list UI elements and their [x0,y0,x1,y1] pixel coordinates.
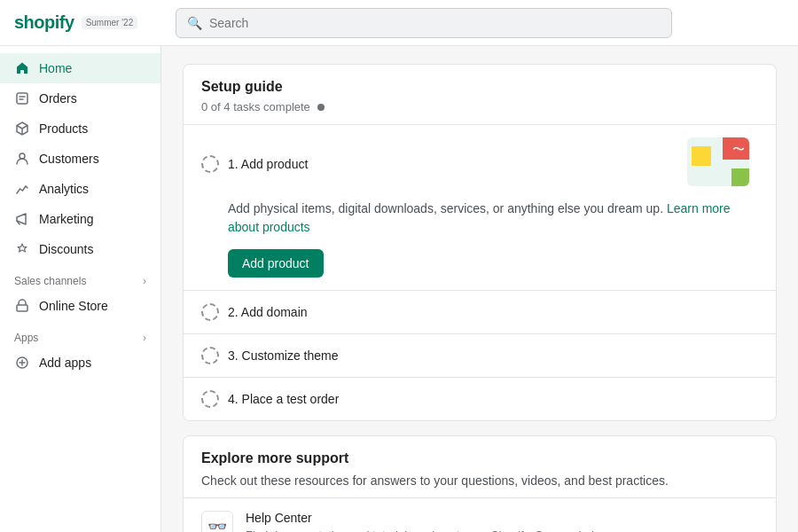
header: shopify Summer '22 🔍 [0,0,798,46]
img-red-block: 〜 [723,137,749,160]
support-description: Check out these resources for answers to… [201,472,758,490]
sidebar-item-discounts[interactable]: Discounts [0,234,160,264]
add-product-button[interactable]: Add product [228,249,324,278]
sidebar-item-orders[interactable]: Orders [0,83,160,113]
task-circle-2 [201,303,219,321]
sidebar-item-products[interactable]: Products [0,113,160,144]
sidebar-item-add-apps-label: Add apps [39,356,91,370]
customers-icon [14,151,30,167]
sidebar-item-analytics[interactable]: Analytics [0,174,160,204]
task-circle-4 [201,390,219,408]
sidebar-section-sales-channels[interactable]: Sales channels › [0,264,160,291]
svg-rect-0 [17,93,27,104]
progress-dot [317,104,325,111]
apps-chevron-icon: › [143,332,146,344]
task-customize-theme-header: 3. Customize theme [201,347,758,364]
support-item-help-center[interactable]: 👓 Help Center Find documentation and tut… [184,497,776,532]
task-add-domain[interactable]: 2. Add domain [184,291,776,334]
task-1-content: Add physical items, digital downloads, s… [228,200,758,278]
task-add-product-header: 1. Add product 〜 [201,137,758,191]
logo-text: shopify [14,12,74,33]
task-2-title: 2. Add domain [228,305,308,319]
setup-guide-card: Setup guide 0 of 4 tasks complete 1. Add… [183,64,777,421]
sidebar-item-marketing[interactable]: Marketing [0,204,160,234]
task-1-image: 〜 [687,137,758,191]
sidebar-item-customers-label: Customers [39,152,99,166]
task-test-order-header: 4. Place a test order [201,390,758,408]
sales-channels-chevron-icon: › [143,275,146,287]
task-3-title: 3. Customize theme [228,348,339,363]
main-content: Setup guide 0 of 4 tasks complete 1. Add… [161,46,798,532]
sidebar-item-customers[interactable]: Customers [0,144,160,174]
analytics-icon [14,181,30,197]
products-icon [14,121,30,137]
setup-guide-header: Setup guide 0 of 4 tasks complete [184,65,776,125]
sidebar-item-online-store-label: Online Store [39,299,108,313]
orders-icon [14,90,30,106]
apps-label: Apps [14,332,38,344]
search-input[interactable] [209,16,661,30]
help-center-description: Find documentation and tutorials on how … [246,528,619,532]
home-icon [14,60,30,76]
wavy-icon: 〜 [732,142,745,158]
marketing-icon [14,211,30,227]
progress-row: 0 of 4 tasks complete [201,100,758,113]
logo-badge: Summer '22 [82,16,138,29]
sidebar-item-online-store[interactable]: Online Store [0,291,160,321]
setup-guide-title: Setup guide [201,79,758,95]
sidebar-item-home[interactable]: Home [0,53,160,83]
img-green-block [732,168,749,186]
img-yellow-block [692,146,711,166]
progress-text: 0 of 4 tasks complete [201,100,310,113]
store-icon [14,298,30,314]
sidebar-item-add-apps[interactable]: Add apps [0,348,160,378]
task-circle-1 [201,155,219,173]
sales-channels-label: Sales channels [14,275,86,287]
sidebar-item-orders-label: Orders [39,91,77,106]
glasses-icon: 👓 [201,511,233,532]
task-1-title: 1. Add product [228,157,308,171]
task-add-product[interactable]: 1. Add product 〜 [184,125,776,291]
plus-icon [14,355,30,371]
sidebar-item-marketing-label: Marketing [39,212,93,226]
support-card: Explore more support Check out these res… [183,435,777,532]
task-1-description: Add physical items, digital downloads, s… [228,200,758,237]
main-layout: Home Orders Products [0,46,798,532]
support-header: Explore more support Check out these res… [184,436,776,497]
support-title: Explore more support [201,450,758,466]
discounts-icon [14,241,30,257]
sidebar-item-products-label: Products [39,121,88,136]
svg-rect-2 [17,305,27,311]
sidebar-item-discounts-label: Discounts [39,242,93,256]
task-circle-3 [201,347,219,364]
help-center-title: Help Center [246,511,619,525]
search-icon: 🔍 [187,16,202,30]
sidebar-item-analytics-label: Analytics [39,182,89,196]
sidebar-item-home-label: Home [39,61,72,75]
sidebar: Home Orders Products [0,46,161,532]
logo-area: shopify Summer '22 [14,12,176,33]
svg-point-1 [20,153,25,159]
task-add-domain-header: 2. Add domain [201,303,758,321]
sidebar-section-apps[interactable]: Apps › [0,321,160,348]
task-test-order[interactable]: 4. Place a test order [184,378,776,420]
search-bar[interactable]: 🔍 [176,8,672,38]
support-item-help-center-text: Help Center Find documentation and tutor… [246,511,619,532]
task-customize-theme[interactable]: 3. Customize theme [184,334,776,378]
task-4-title: 4. Place a test order [228,392,339,406]
